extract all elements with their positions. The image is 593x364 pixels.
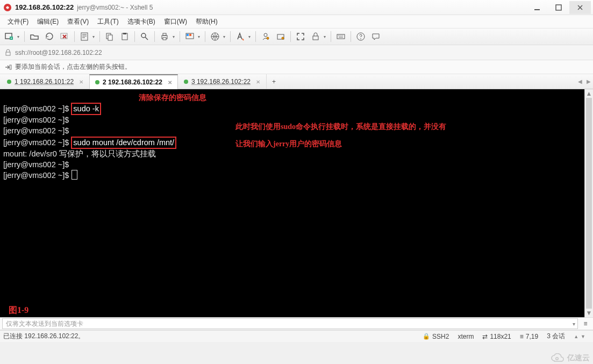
send-menu-icon[interactable]: ≡ (580, 318, 591, 329)
tab-label: 3 192.168.26.102:22 (191, 78, 251, 85)
svg-point-11 (141, 33, 146, 38)
svg-point-29 (556, 358, 558, 360)
keyboard-icon[interactable] (334, 30, 348, 44)
open-session-icon[interactable] (27, 30, 41, 44)
menu-help[interactable]: 帮助(H) (191, 16, 222, 27)
menu-view[interactable]: 查看(V) (63, 16, 93, 27)
lock-small-icon: 🔒 (423, 333, 430, 340)
vertical-scrollbar[interactable]: ▲ ▼ (584, 89, 593, 317)
minimize-button[interactable] (526, 1, 548, 14)
menu-tabs[interactable]: 选项卡(B) (123, 16, 160, 27)
scroll-thumb[interactable] (586, 98, 592, 309)
term-line: [jerry@vms002 ~]$ (3, 160, 69, 169)
dropdown-caret-icon[interactable]: ▾ (323, 34, 327, 39)
svg-rect-14 (163, 38, 166, 40)
annotation-note-2-line2: 让我们输入jerry用户的密码信息 (235, 139, 342, 149)
close-tab-icon[interactable]: ✕ (79, 79, 83, 85)
menu-window[interactable]: 窗口(W) (160, 16, 191, 27)
term-line: [jerry@vms002 ~]$ (3, 171, 71, 180)
menu-file[interactable]: 文件(F) (3, 16, 33, 27)
properties-icon[interactable] (77, 30, 91, 44)
dropdown-caret-icon[interactable]: ▾ (16, 34, 20, 39)
info-bar: 要添加当前会话，点击左侧的箭头按钮。 (0, 60, 593, 74)
dropdown-caret-icon[interactable]: ▾ (247, 34, 252, 39)
user-key-icon[interactable] (259, 30, 273, 44)
menu-bar: 文件(F) 编辑(E) 查看(V) 工具(T) 选项卡(B) 窗口(W) 帮助(… (0, 15, 593, 28)
svg-point-26 (360, 38, 361, 39)
scroll-down-icon[interactable]: ▼ (585, 309, 593, 317)
disconnect-icon[interactable] (58, 30, 72, 44)
copy-icon[interactable] (103, 30, 117, 44)
send-input[interactable]: 仅将文本发送到当前选项卡 ▾ (2, 318, 578, 329)
window-title-sub: jerry@vms002:~ - Xshell 5 (77, 4, 153, 11)
title-bar: 192.168.26.102:22 jerry@vms002:~ - Xshel… (0, 0, 593, 15)
scroll-up-icon[interactable]: ▲ (585, 89, 593, 98)
svg-point-22 (282, 37, 284, 39)
help-icon[interactable] (354, 30, 368, 44)
close-tab-icon[interactable]: ✕ (256, 79, 260, 85)
figure-label: 图1-9 (9, 305, 28, 315)
svg-rect-24 (337, 34, 345, 39)
find-icon[interactable] (138, 30, 152, 44)
encoding-icon[interactable] (208, 30, 222, 44)
term-line: mount: /dev/sr0 写保护，将以只读方式挂载 (3, 149, 156, 158)
fullscreen-icon[interactable] (294, 30, 308, 44)
svg-rect-10 (123, 33, 126, 34)
cursor-icon (72, 170, 77, 179)
paste-icon[interactable] (118, 30, 132, 44)
cmd-highlight-box: sudo mount /dev/cdrom /mnt/ (71, 137, 176, 149)
host-key-icon[interactable] (274, 30, 288, 44)
term-line: [jerry@vms002 ~]$ (3, 126, 69, 135)
info-text: 要添加当前会话，点击左侧的箭头按钮。 (15, 62, 131, 72)
dropdown-caret-icon[interactable]: ▾ (222, 34, 226, 39)
tab-bar: 1 192.168.26.101:22 ✕ 2 192.168.26.102:2… (0, 74, 593, 89)
cmd-highlight-box: sudo -k (71, 103, 101, 115)
watermark-text: 亿速云 (567, 353, 590, 363)
svg-point-20 (267, 37, 269, 39)
status-connection: 已连接 192.168.26.102:22。 (3, 332, 84, 341)
svg-rect-1 (534, 9, 540, 10)
status-pos: ≡7,19 (516, 333, 542, 340)
tab-nav-arrows[interactable]: ◀ ▶ (578, 74, 591, 89)
close-button[interactable] (569, 1, 591, 14)
chat-icon[interactable] (369, 30, 383, 44)
status-up-down[interactable]: ▲▼ (569, 334, 590, 339)
font-icon[interactable] (233, 30, 247, 44)
status-dot-icon (184, 80, 188, 84)
address-bar: ssh://root@192.168.26.102:22 (0, 45, 593, 60)
status-ssh: 🔒SSH2 (418, 333, 453, 340)
status-size: ⇄118x21 (478, 333, 515, 340)
pos-icon: ≡ (520, 333, 524, 340)
term-line: [jerry@vms002 ~]$ (3, 138, 71, 147)
svg-rect-17 (189, 34, 191, 36)
bookmark-arrow-icon[interactable] (4, 63, 12, 71)
color-scheme-icon[interactable] (183, 30, 197, 44)
term-line: [jerry@vms002 ~]$ (3, 116, 69, 124)
close-tab-icon[interactable]: ✕ (168, 80, 172, 85)
size-icon: ⇄ (482, 333, 488, 340)
dropdown-caret-icon[interactable]: ▾ (91, 34, 96, 39)
add-tab-button[interactable]: + (266, 74, 281, 89)
tab-1[interactable]: 1 192.168.26.101:22 ✕ (1, 74, 89, 89)
terminal[interactable]: [jerry@vms002 ~]$ sudo -k [jerry@vms002 … (0, 89, 584, 317)
tab-label: 2 192.168.26.102:22 (103, 78, 162, 86)
lock-scroll-icon[interactable] (309, 30, 323, 44)
reconnect-icon[interactable] (42, 30, 56, 44)
lock-icon (4, 49, 12, 56)
tab-2[interactable]: 2 192.168.26.102:22 ✕ (89, 74, 178, 89)
tab-3[interactable]: 3 192.168.26.102:22 ✕ (178, 74, 266, 89)
annotation-note-1: 清除保存的密码信息 (139, 92, 206, 103)
print-icon[interactable] (158, 30, 172, 44)
menu-tools[interactable]: 工具(T) (93, 16, 123, 27)
dropdown-caret-icon[interactable]: ▾ (172, 34, 176, 39)
menu-edit[interactable]: 编辑(E) (33, 16, 63, 27)
address-text[interactable]: ssh://root@192.168.26.102:22 (15, 49, 589, 56)
new-session-icon[interactable] (2, 30, 16, 44)
svg-point-19 (264, 33, 267, 37)
status-sessions: 3 会话 (542, 332, 569, 341)
dropdown-caret-icon[interactable]: ▾ (197, 34, 201, 39)
annotation-note-2-line1: 此时我们使用sudo命令执行挂载时，系统是直接挂载的，并没有 (235, 122, 446, 132)
combo-caret-icon[interactable]: ▾ (573, 321, 575, 327)
status-term: xterm (453, 333, 478, 340)
maximize-button[interactable] (548, 1, 569, 14)
